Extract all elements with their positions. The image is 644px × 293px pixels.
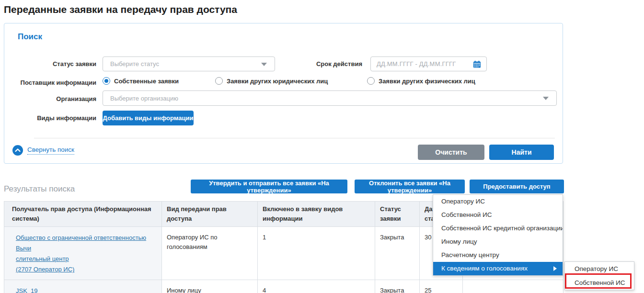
radio-other-legal-entities[interactable]: Заявки других юридических лиц <box>215 77 328 85</box>
organization-label: Организация <box>4 95 96 102</box>
grant-access-menu: Оператору ИС Собственной ИС Собственной … <box>433 194 563 276</box>
menu-item-label: К сведениям о голосованиях <box>441 265 528 272</box>
column-header-info-types: Включено в заявку видов информации <box>258 202 375 227</box>
provider-label: Поставщик информации <box>4 79 96 86</box>
table-row: JSK_19 Иному лицу 4 Закрыта 25 21.09.202… <box>4 280 564 293</box>
triangle-right-icon <box>553 266 557 271</box>
organization-select[interactable]: Выберите организацию <box>103 90 557 106</box>
radio-button-checked[interactable] <box>103 77 110 85</box>
radio-label: Заявки других физических лиц <box>379 78 475 85</box>
column-header-recipient: Получатель прав доступа (Информационная … <box>4 202 162 227</box>
find-button[interactable]: Найти <box>489 145 554 160</box>
cell-recipient: Общество с ограниченной ответственностью… <box>4 227 162 280</box>
menu-item-own-is[interactable]: Собственной ИС <box>433 208 563 222</box>
info-types-label: Виды информации <box>4 114 96 122</box>
reject-all-button[interactable]: Отклонить все заявки «На утверждении» <box>355 180 465 193</box>
cell-status: Закрыта <box>375 227 420 280</box>
chevron-up-circle-icon <box>12 145 23 156</box>
cell-transfer-type: Оператору ИС по голосованиям <box>162 227 258 280</box>
menu-item-own-is-credit-org[interactable]: Собственной ИС кредитной организации <box>433 222 563 235</box>
highlight-box <box>565 273 632 289</box>
menu-item-other-person[interactable]: Иному лицу <box>433 235 563 248</box>
period-input-placeholder: ДД.ММ.ГГГГ - ДД.ММ.ГГГГ <box>377 60 456 68</box>
radio-label: Заявки других юридических лиц <box>227 78 328 85</box>
search-panel: Поиск Статус заявки Выберите статус Срок… <box>4 23 563 164</box>
add-info-types-button[interactable]: Добавить виды информации <box>103 111 194 125</box>
radio-button[interactable] <box>367 77 375 85</box>
menu-item-voting-info[interactable]: К сведениям о голосованиях <box>433 262 563 275</box>
divider <box>34 138 555 138</box>
radio-other-individuals[interactable]: Заявки других физических лиц <box>367 77 475 85</box>
status-select-placeholder: Выберите статус <box>110 60 159 68</box>
cell-transfer-type: Иному лицу <box>162 280 258 293</box>
period-label: Срок действия <box>266 60 362 68</box>
recipient-link[interactable]: Общество с ограниченной ответственностью… <box>16 234 146 273</box>
page-title: Переданные заявки на передачу прав досту… <box>4 4 237 15</box>
recipient-link[interactable]: JSK_19 <box>16 287 38 293</box>
collapse-search-link[interactable]: Свернуть поиск <box>12 145 74 156</box>
status-label: Статус заявки <box>4 60 96 68</box>
page: Переданные заявки на передачу прав досту… <box>0 0 644 293</box>
status-select[interactable]: Выберите статус <box>103 56 275 71</box>
cell-extra-date: 21.09.2022 <box>463 280 564 293</box>
collapse-search-label: Свернуть поиск <box>27 146 74 155</box>
chevron-down-icon <box>543 97 549 100</box>
cell-info-types: 1 <box>258 227 375 280</box>
cell-status-date: 25 <box>420 280 463 293</box>
results-title: Результаты поиска <box>4 184 75 194</box>
radio-button[interactable] <box>215 77 223 85</box>
cell-info-types: 4 <box>258 280 375 293</box>
menu-item-operator-is[interactable]: Оператору ИС <box>433 195 563 208</box>
cell-status: Закрыта <box>375 280 420 293</box>
column-header-transfer-type: Вид передачи прав доступа <box>162 202 258 227</box>
radio-label: Собственные заявки <box>114 78 179 85</box>
radio-own-requests[interactable]: Собственные заявки <box>103 77 179 85</box>
calendar-icon[interactable] <box>473 60 481 68</box>
grant-access-button[interactable]: Предоставить доступ <box>470 180 564 193</box>
period-input[interactable]: ДД.ММ.ГГГГ - ДД.ММ.ГГГГ <box>370 56 487 71</box>
column-header-status: Статус заявки <box>375 202 420 227</box>
clear-button[interactable]: Очистить <box>418 145 484 160</box>
menu-item-settlement-center[interactable]: Расчетному центру <box>433 248 563 262</box>
search-panel-title: Поиск <box>18 32 42 42</box>
organization-select-placeholder: Выберите организацию <box>110 95 178 102</box>
approve-all-button[interactable]: Утвердить и отправить все заявки «На утв… <box>191 180 347 193</box>
cell-recipient: JSK_19 <box>4 280 162 293</box>
